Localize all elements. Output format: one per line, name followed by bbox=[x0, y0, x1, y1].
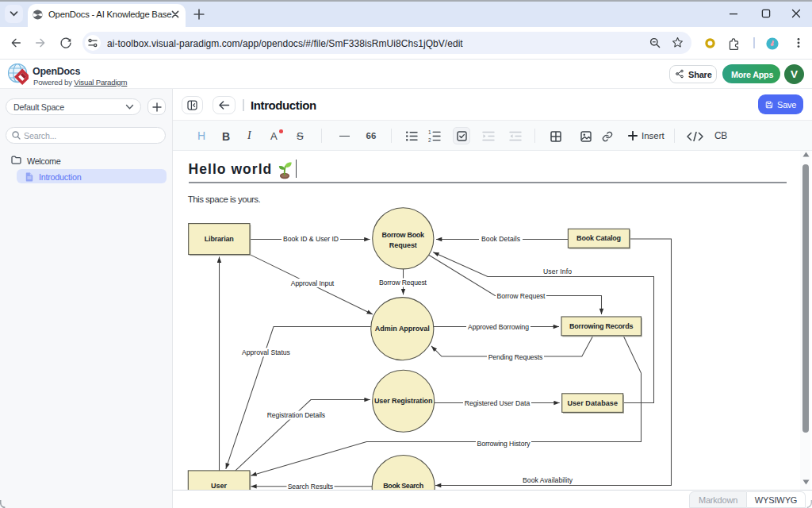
svg-text:Book Details: Book Details bbox=[481, 235, 520, 243]
svg-text:Request: Request bbox=[389, 241, 417, 249]
svg-text:Librarian: Librarian bbox=[205, 235, 234, 243]
svg-text:Registered User Data: Registered User Data bbox=[465, 399, 530, 407]
svg-text:Registration Details: Registration Details bbox=[267, 411, 326, 419]
svg-text:Book Catalog: Book Catalog bbox=[576, 234, 621, 242]
svg-text:Approved Borrowing: Approved Borrowing bbox=[468, 323, 529, 331]
svg-text:User Database: User Database bbox=[567, 399, 618, 407]
svg-text:Pending Requests: Pending Requests bbox=[488, 353, 543, 361]
svg-text:2: 2 bbox=[428, 137, 431, 143]
svg-text:Borrowing History: Borrowing History bbox=[477, 440, 531, 448]
svg-text:Borrowing Records: Borrowing Records bbox=[569, 322, 634, 330]
svg-text:Search Results: Search Results bbox=[288, 483, 334, 490]
svg-text:Borrow Request: Borrow Request bbox=[497, 292, 546, 300]
svg-text:Admin Approval: Admin Approval bbox=[375, 325, 430, 333]
svg-text:Book ID & User ID: Book ID & User ID bbox=[283, 235, 339, 243]
svg-text:Borrow Request: Borrow Request bbox=[379, 279, 427, 287]
svg-text:Approval Status: Approval Status bbox=[242, 348, 290, 356]
svg-text:Approval Input: Approval Input bbox=[291, 279, 335, 287]
svg-text:User Info: User Info bbox=[543, 267, 572, 275]
svg-text:User: User bbox=[211, 482, 227, 490]
svg-text:Borrow Book: Borrow Book bbox=[382, 231, 425, 239]
svg-text:User Registration: User Registration bbox=[374, 397, 433, 405]
svg-text:Book Availability: Book Availability bbox=[523, 476, 573, 484]
svg-text:1: 1 bbox=[428, 130, 431, 135]
svg-text:Book Search: Book Search bbox=[383, 482, 423, 490]
